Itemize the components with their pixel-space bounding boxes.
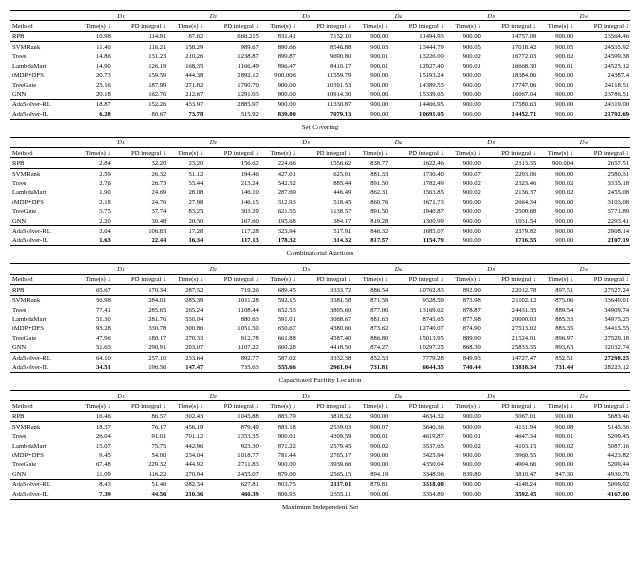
method-name: SVMRank bbox=[10, 295, 75, 305]
value-cell: 625.01 bbox=[297, 168, 353, 178]
value-cell: 666.215 bbox=[204, 31, 260, 41]
table-row: AdaSolver-RL18.87152.26433.972885.97900.… bbox=[10, 99, 630, 109]
value-cell: 900.00 bbox=[445, 99, 482, 109]
value-cell: 75.75 bbox=[112, 441, 168, 450]
value-cell: 1018.77 bbox=[204, 450, 260, 459]
value-cell: 37.74 bbox=[112, 207, 168, 216]
method-name: RPB bbox=[10, 285, 75, 295]
d-label: D₁ bbox=[75, 137, 168, 147]
value-cell: 2.59 bbox=[75, 168, 112, 178]
value-cell: 621.55 bbox=[260, 207, 297, 216]
col-method: Method bbox=[10, 148, 75, 158]
method-name: AdaSolver-RL bbox=[10, 353, 75, 363]
value-cell: 900.08 bbox=[537, 422, 574, 432]
value-cell: 2455.08 bbox=[574, 188, 630, 197]
value-cell: 147.47 bbox=[167, 363, 204, 373]
value-cell: 314.32 bbox=[297, 236, 353, 246]
value-cell: 1108.44 bbox=[204, 305, 260, 314]
col-pd: PD integral ↓ bbox=[297, 148, 353, 158]
value-cell: 2455.07 bbox=[204, 469, 260, 479]
data-table: D₁D₂D₃D₄D₅D₆MethodTime(s) ↓PD integral ↓… bbox=[10, 137, 630, 247]
value-cell: 900.00 bbox=[445, 197, 482, 206]
col-time: Time(s) ↓ bbox=[167, 401, 204, 411]
value-cell: 106.83 bbox=[112, 226, 168, 236]
value-cell: 900.00 bbox=[352, 489, 389, 499]
value-cell: 8.43 bbox=[75, 479, 112, 489]
value-cell: 5099.92 bbox=[574, 479, 630, 489]
value-cell: 650.67 bbox=[260, 324, 297, 333]
value-cell: 2908.14 bbox=[574, 226, 630, 236]
value-cell: 839.80 bbox=[260, 109, 297, 119]
method-name: SVMRank bbox=[10, 42, 75, 52]
value-cell: 874.27 bbox=[352, 343, 389, 353]
value-cell: 735.63 bbox=[204, 363, 260, 373]
value-cell: 114.91 bbox=[112, 31, 168, 41]
value-cell: 900.00 bbox=[445, 207, 482, 216]
value-cell: 444.92 bbox=[167, 460, 204, 469]
value-cell: 885.44 bbox=[297, 178, 353, 187]
table-row: TreeGate5.7537.7483.25303.29621.551138.5… bbox=[10, 207, 630, 216]
d-label: D₄ bbox=[352, 390, 445, 400]
value-cell: 87.62 bbox=[167, 31, 204, 41]
value-cell: 5067.01 bbox=[482, 411, 538, 421]
value-cell: 25833.35 bbox=[482, 343, 538, 353]
value-cell: 16.46 bbox=[75, 411, 112, 421]
panel-title: Set Covering bbox=[10, 120, 630, 131]
value-cell: 312.93 bbox=[260, 197, 297, 206]
value-cell: 4930.79 bbox=[574, 469, 630, 479]
value-cell: 4904.66 bbox=[482, 460, 538, 469]
value-cell: 4423.82 bbox=[574, 450, 630, 459]
col-pd: PD integral ↓ bbox=[204, 274, 260, 284]
method-name: LambdaMart bbox=[10, 314, 75, 323]
table-panel: D₁D₂D₃D₄D₅D₆MethodTime(s) ↓PD integral ↓… bbox=[10, 263, 630, 384]
value-cell: 900.01 bbox=[537, 61, 574, 70]
value-cell: 18.37 bbox=[75, 422, 112, 432]
value-cell: 20.18 bbox=[75, 89, 112, 99]
table-row: RPB2.8432.2023.20156.62224.661556.62838.… bbox=[10, 158, 630, 168]
table-row: LambdaMart14.90126.19168.351166.49896.47… bbox=[10, 61, 630, 70]
value-cell: 21792.69 bbox=[574, 109, 630, 119]
value-cell: 13226.00 bbox=[389, 52, 445, 61]
value-cell: 7152.10 bbox=[297, 31, 353, 41]
table-row: LambdaMart15.0775.75442.96923.30871.2225… bbox=[10, 441, 630, 450]
col-time: Time(s) ↓ bbox=[260, 401, 297, 411]
value-cell: 900.00 bbox=[260, 99, 297, 109]
value-cell: 4647.34 bbox=[482, 432, 538, 441]
value-cell: 2313.35 bbox=[482, 158, 538, 168]
method-name: SVMRank bbox=[10, 168, 75, 178]
value-cell: 15193.24 bbox=[389, 71, 445, 80]
col-pd: PD integral ↓ bbox=[482, 21, 538, 31]
value-cell: 1051.50 bbox=[204, 324, 260, 333]
value-cell: 4131.94 bbox=[482, 422, 538, 432]
value-cell: 900.00 bbox=[445, 216, 482, 226]
value-cell: 891.50 bbox=[352, 207, 389, 216]
value-cell: 17747.06 bbox=[482, 80, 538, 89]
col-pd: PD integral ↓ bbox=[204, 148, 260, 158]
value-cell: 44.56 bbox=[112, 489, 168, 499]
value-cell: 170.34 bbox=[112, 285, 168, 295]
value-cell: 893.63 bbox=[537, 343, 574, 353]
col-time: Time(s) ↓ bbox=[537, 274, 574, 284]
value-cell: 24.76 bbox=[112, 197, 168, 206]
method-name: GNN bbox=[10, 89, 75, 99]
value-cell: 838.77 bbox=[352, 158, 389, 168]
value-cell: 7079.13 bbox=[297, 109, 353, 119]
value-cell: 2323.46 bbox=[482, 178, 538, 187]
method-name: AdaSolver-IL bbox=[10, 489, 75, 499]
method-name: tMDP+DFS bbox=[10, 197, 75, 206]
value-cell: 2765.17 bbox=[297, 450, 353, 459]
value-cell: 265.24 bbox=[167, 305, 204, 314]
value-cell: 900.02 bbox=[445, 52, 482, 61]
value-cell: 10391.53 bbox=[297, 80, 353, 89]
value-cell: 17580.63 bbox=[482, 99, 538, 109]
table-panel: D₁D₂D₃D₄D₅D₆MethodTime(s) ↓PD integral ↓… bbox=[10, 137, 630, 258]
value-cell: 86.57 bbox=[112, 411, 168, 421]
value-cell: 627.81 bbox=[204, 479, 260, 489]
d-label: D₂ bbox=[167, 137, 260, 147]
panel-title: Capacitated Facility Location bbox=[10, 373, 630, 384]
method-name: tMDP+DFS bbox=[10, 324, 75, 333]
value-cell: 875.06 bbox=[537, 295, 574, 305]
table-row: AdaSolver-IL34.51196.56147.47735.63555.6… bbox=[10, 363, 630, 373]
table-row: Trees2.7626.7355.44213.24542.32885.44891… bbox=[10, 178, 630, 187]
col-pd: PD integral ↓ bbox=[389, 21, 445, 31]
